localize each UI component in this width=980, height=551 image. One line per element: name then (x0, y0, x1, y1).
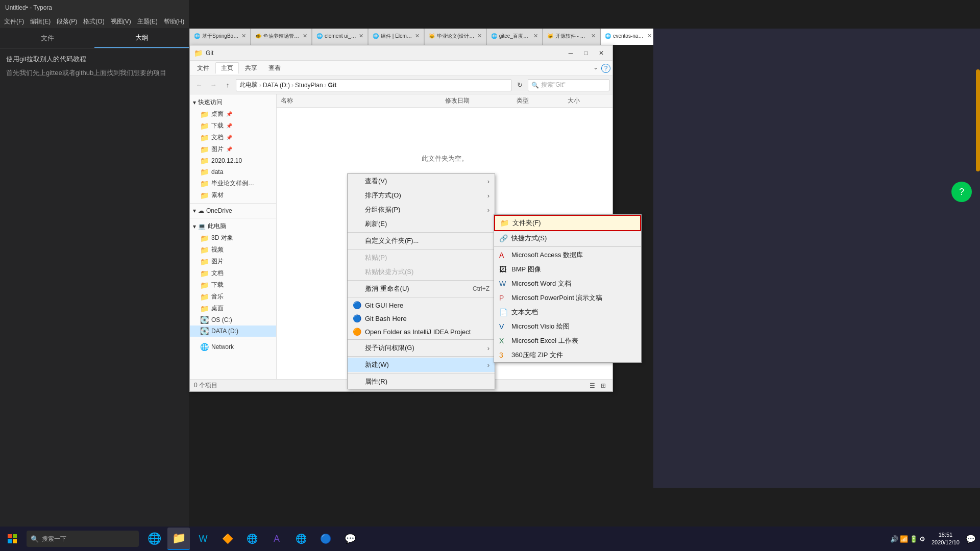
ctx-access[interactable]: 授予访问权限(G) › (348, 341, 495, 355)
submenu-word[interactable]: W Microsoft Word 文档 (494, 277, 641, 291)
taskbar-app1-icon[interactable]: W (192, 528, 214, 550)
up-button[interactable]: ↑ (222, 79, 234, 91)
sidebar-item-osc[interactable]: 💽 OS (C:) (190, 314, 276, 325)
submenu-ppt[interactable]: P Microsoft PowerPoint 演示文稿 (494, 291, 641, 305)
sidebar-item-docs2[interactable]: 📁 文档 (190, 267, 276, 279)
tab7-close[interactable]: ✕ (647, 33, 652, 39)
close-button[interactable]: ✕ (594, 47, 608, 59)
ctx-git-bash[interactable]: 🔵 Git Bash Here (348, 312, 495, 325)
menu-file[interactable]: 文件(F) (4, 17, 24, 26)
tab3-close[interactable]: ✕ (415, 33, 420, 39)
sidebar-item-data[interactable]: 📁 data (190, 166, 276, 178)
start-button[interactable] (0, 527, 24, 551)
browser-tab-0[interactable]: 🌐 基于SpringBoo… ✕ (189, 29, 251, 45)
sidebar-item-music[interactable]: 📁 音乐 (190, 291, 276, 303)
taskbar-chrome-icon[interactable]: 🌐 (241, 528, 263, 550)
ribbon-tab-view[interactable]: 查看 (263, 63, 286, 73)
ctx-git-gui[interactable]: 🔵 Git GUI Here (348, 298, 495, 312)
ctx-intellij[interactable]: 🟠 Open Folder as IntelliJ IDEA Project (348, 325, 495, 338)
browser-tab-2[interactable]: 🌐 element ui_百… ✕ (312, 29, 368, 45)
menu-view[interactable]: 视图(V) (111, 17, 131, 26)
sidebar-item-downloads2[interactable]: 📁 下载 (190, 279, 276, 291)
this-pc-header[interactable]: ▾ 💻 此电脑 (190, 220, 276, 232)
browser-tab-1[interactable]: 🐠 鱼油养殖场管理… ✕ (251, 29, 312, 45)
menu-format[interactable]: 格式(O) (83, 17, 104, 26)
ctx-customize[interactable]: 自定义文件夹(F)... (348, 234, 495, 248)
sidebar-item-material[interactable]: 📁 素材 (190, 189, 276, 201)
submenu-folder[interactable]: 📁 文件夹(F) (494, 215, 641, 231)
tab6-close[interactable]: ✕ (591, 33, 596, 39)
taskbar-app3-icon[interactable]: A (265, 528, 288, 550)
quick-access-header[interactable]: ▾ 快速访问 (190, 96, 276, 108)
minimize-button[interactable]: ─ (564, 47, 578, 59)
browser-tab-6[interactable]: 🐱 开源软件 - Gite… ✕ (543, 29, 600, 45)
taskbar-wechat-icon[interactable]: 💬 (339, 528, 361, 550)
ribbon-tab-share[interactable]: 共享 (240, 63, 262, 73)
sidebar-item-downloads[interactable]: 📁 下载 📌 (190, 120, 276, 132)
submenu-excel[interactable]: X Microsoft Excel 工作表 (494, 334, 641, 348)
submenu-shortcut[interactable]: 🔗 快捷方式(S) (494, 231, 641, 245)
menu-paragraph[interactable]: 段落(P) (57, 17, 77, 26)
taskbar-app2-icon[interactable]: 🔶 (216, 528, 239, 550)
ctx-new[interactable]: 新建(W) › (348, 358, 495, 372)
notification-icon[interactable]: 💬 (966, 534, 976, 544)
tab-files[interactable]: 文件 (0, 28, 94, 48)
col-name[interactable]: 名称 (281, 96, 445, 105)
sidebar-item-2020[interactable]: 📁 2020.12.10 (190, 155, 276, 166)
tab5-close[interactable]: ✕ (533, 33, 538, 39)
tab1-close[interactable]: ✕ (303, 33, 307, 39)
ctx-undo[interactable]: 撤消 重命名(U) Ctrl+Z (348, 282, 495, 296)
ctx-view[interactable]: 查看(V) › (348, 174, 495, 188)
sidebar-item-thesis[interactable]: 📁 毕业论文样例（不要 (190, 178, 276, 189)
sidebar-item-pictures[interactable]: 📁 图片 📌 (190, 143, 276, 155)
col-modified[interactable]: 修改日期 (445, 96, 517, 105)
sidebar-item-desktop[interactable]: 📁 桌面 📌 (190, 108, 276, 120)
browser-tab-5[interactable]: 🌐 gitee_百度搜索 ✕ (486, 29, 543, 45)
tab4-close[interactable]: ✕ (477, 33, 482, 39)
breadcrumb-data[interactable]: DATA (D:) (263, 82, 290, 89)
taskbar-app4-icon[interactable]: 🌐 (290, 528, 312, 550)
chevron-down-icon[interactable]: ⌄ (591, 64, 600, 73)
taskbar-app5-icon[interactable]: 🔵 (314, 528, 337, 550)
browser-tab-4[interactable]: 🐱 毕业论文(设计)之… ✕ (424, 29, 486, 45)
submenu-visio[interactable]: V Microsoft Visio 绘图 (494, 319, 641, 334)
col-type[interactable]: 类型 (517, 96, 568, 105)
breadcrumb-studyplan[interactable]: StudyPlan (295, 82, 323, 89)
menu-edit[interactable]: 编辑(E) (30, 17, 51, 26)
sidebar-item-datad[interactable]: 💽 DATA (D:) (190, 325, 276, 337)
sidebar-item-desktop2[interactable]: 📁 桌面 (190, 303, 276, 314)
submenu-txt[interactable]: 📄 文本文档 (494, 305, 641, 319)
breadcrumb-pc[interactable]: 此电脑 (239, 81, 258, 89)
sidebar-item-3d[interactable]: 📁 3D 对象 (190, 232, 276, 244)
menu-theme[interactable]: 主题(E) (137, 17, 158, 26)
browser-tab-3[interactable]: 🌐 组件 | Element ✕ (368, 29, 424, 45)
ctx-sort[interactable]: 排序方式(O) › (348, 188, 495, 203)
sidebar-item-docs[interactable]: 📁 文档 📌 (190, 132, 276, 143)
menu-help[interactable]: 帮助(H) (164, 17, 185, 26)
scrollbar[interactable] (976, 69, 980, 171)
submenu-zip[interactable]: 3 360压缩 ZIP 文件 (494, 348, 641, 362)
browser-tab-7[interactable]: 🌐 eventos-nano… ✕ (600, 29, 656, 45)
sidebar-item-network[interactable]: 🌐 Network (190, 341, 276, 353)
col-size[interactable]: 大小 (568, 96, 608, 105)
submenu-access-db[interactable]: A Microsoft Access 数据库 (494, 248, 641, 262)
ctx-refresh[interactable]: 刷新(E) (348, 217, 495, 231)
submenu-bmp[interactable]: 🖼 BMP 图像 (494, 262, 641, 277)
tab2-close[interactable]: ✕ (359, 33, 363, 39)
tiles-view-button[interactable]: ⊞ (598, 381, 608, 391)
taskbar-explorer-icon[interactable]: 📁 (167, 528, 190, 550)
search-bar[interactable]: 🔍 搜索"Git" (528, 79, 609, 91)
chat-bubble[interactable]: ? (951, 182, 972, 202)
breadcrumb-git[interactable]: Git (328, 82, 337, 89)
refresh-button[interactable]: ↻ (513, 79, 526, 91)
address-bar[interactable]: 此电脑 › DATA (D:) › StudyPlan › Git (236, 79, 511, 91)
help-icon[interactable]: ? (601, 64, 610, 73)
sidebar-item-pictures2[interactable]: 📁 图片 (190, 256, 276, 267)
taskbar-search-box[interactable]: 🔍 搜索一下 (27, 531, 139, 547)
tab-outline[interactable]: 大纲 (94, 28, 189, 48)
ribbon-tab-home[interactable]: 主页 (215, 62, 239, 74)
taskbar-ie-icon[interactable]: 🌐 (143, 528, 165, 550)
tab0-close[interactable]: ✕ (241, 33, 246, 39)
ctx-group[interactable]: 分组依据(P) › (348, 203, 495, 217)
details-view-button[interactable]: ☰ (587, 381, 597, 391)
